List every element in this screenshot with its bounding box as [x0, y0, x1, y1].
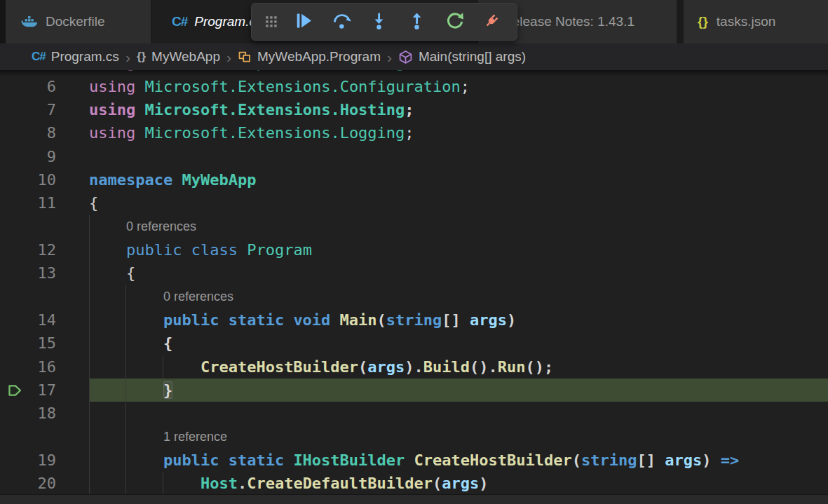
symbol-method-icon	[398, 50, 413, 64]
code-token: static	[229, 311, 294, 329]
code-token: public	[163, 311, 229, 329]
line-number[interactable]: 14	[0, 308, 56, 332]
code-token: class	[191, 241, 247, 259]
line-number[interactable]: 8	[0, 121, 56, 144]
step-over-button[interactable]	[326, 6, 357, 37]
code-row[interactable]: 19public static IHostBuilder CreateHostB…	[0, 449, 828, 472]
codelens-row[interactable]: 0 references	[0, 215, 828, 238]
debug-stackframe-icon	[7, 383, 22, 398]
chevron-right-icon: ›	[226, 50, 231, 64]
code-token: (	[433, 475, 442, 492]
code-row[interactable]: 16CreateHostBuilder(args).Build().Run();	[0, 355, 828, 379]
line-number[interactable]: 16	[0, 355, 56, 379]
indent-guide	[125, 472, 126, 495]
code-token: =>	[721, 451, 740, 469]
code-row[interactable]: 6using Microsoft.Extensions.Configuratio…	[0, 75, 828, 98]
tab-dockerfile[interactable]: Dockerfile	[6, 0, 151, 43]
line-number[interactable]: 12	[0, 238, 56, 261]
codelens-text: 1 reference	[163, 425, 227, 449]
code-token: CreateHostBuilder	[414, 451, 572, 469]
step-into-button[interactable]	[364, 6, 395, 37]
code-token: {	[89, 194, 98, 212]
code-token: Microsoft.Extensions.Configuration	[144, 78, 460, 95]
indent-guide	[89, 285, 90, 308]
indent-guide	[125, 355, 126, 379]
line-number[interactable]: 11	[0, 191, 56, 214]
codelens-text: 0 references	[163, 285, 233, 308]
code-row[interactable]: 7using Microsoft.Extensions.Hosting;	[0, 98, 828, 121]
indent-guide	[89, 215, 90, 238]
code-token: .	[489, 358, 498, 376]
indent-guide	[125, 285, 126, 308]
code-token: ;	[405, 124, 414, 142]
csharp-file-icon: C#	[172, 14, 187, 29]
code-row[interactable]: 11{	[0, 191, 828, 214]
tab-tasks-json[interactable]: {} tasks.json	[684, 0, 828, 43]
breadcrumb-label: MyWebApp	[151, 49, 220, 64]
indent-guide	[89, 402, 90, 425]
breadcrumb-item-method[interactable]: Main(string[] args)	[398, 49, 526, 64]
code-row[interactable]: 8using Microsoft.Extensions.Logging;	[0, 121, 828, 144]
codelens-row[interactable]: 1 reference	[0, 425, 828, 449]
breadcrumb-item-namespace[interactable]: {} MyWebApp	[137, 49, 220, 64]
indent-guide	[89, 449, 90, 472]
indent-guide	[89, 472, 90, 495]
code-token: {	[126, 264, 135, 282]
code-line-text: {	[126, 261, 135, 285]
code-line-text: CreateHostBuilder(args).Build().Run();	[201, 355, 553, 379]
indent-guide	[89, 425, 90, 449]
code-token: args	[665, 451, 702, 469]
code-token: string	[386, 311, 442, 329]
debug-step-over-icon	[332, 11, 351, 33]
code-token: CreateHostBuilder	[201, 358, 358, 376]
code-line-text: using Microsoft.Extensions.Hosting;	[89, 98, 414, 121]
chevron-right-icon: ›	[125, 50, 130, 64]
docker-whale-icon	[21, 15, 38, 29]
code-row[interactable]: 14public static void Main(string[] args)	[0, 308, 828, 332]
breadcrumb-item-file[interactable]: C# Program.cs	[32, 49, 119, 64]
vscode-window: 5using Microsoft.AspNetCore.Hosting;6usi…	[0, 0, 828, 504]
code-token: }	[163, 381, 172, 399]
code-row[interactable]: 20Host.CreateDefaultBuilder(args)	[0, 472, 828, 495]
code-row[interactable]: 13{	[0, 261, 828, 285]
code-token: using	[89, 78, 144, 95]
step-out-button[interactable]	[402, 6, 433, 37]
code-token: static	[229, 451, 294, 469]
line-number[interactable]: 18	[0, 402, 56, 425]
code-token: void	[293, 311, 339, 329]
code-row[interactable]: 17}	[0, 379, 828, 402]
line-number[interactable]: 7	[0, 98, 56, 121]
code-token: (	[377, 311, 386, 329]
breadcrumb-label: MyWebApp.Program	[257, 49, 381, 64]
code-token: Host	[201, 475, 238, 492]
debug-restart-icon	[445, 11, 464, 33]
line-number[interactable]: 19	[0, 449, 56, 472]
code-row[interactable]: 15{	[0, 332, 828, 355]
line-number[interactable]: 15	[0, 332, 56, 355]
gripper-icon[interactable]	[261, 6, 282, 37]
code-row[interactable]: 18	[0, 402, 828, 425]
line-number[interactable]: 10	[0, 168, 56, 191]
code-row[interactable]: 12public class Program	[0, 238, 828, 261]
continue-button[interactable]	[289, 6, 320, 37]
line-number[interactable]: 9	[0, 145, 56, 168]
code-token: Run	[498, 358, 526, 376]
line-number[interactable]: 20	[0, 472, 56, 495]
code-token: )	[702, 451, 721, 469]
code-token: string	[581, 451, 637, 469]
code-row[interactable]: 9	[0, 145, 828, 168]
code-row[interactable]: 10namespace MyWebApp	[0, 168, 828, 191]
indent-guide	[163, 355, 163, 379]
codelens-row[interactable]: 0 references	[0, 285, 828, 308]
line-number[interactable]: 13	[0, 261, 56, 285]
disconnect-button[interactable]	[477, 6, 508, 37]
breadcrumb-label: Program.cs	[51, 49, 119, 64]
breadcrumb-item-class[interactable]: MyWebApp.Program	[238, 49, 381, 64]
restart-button[interactable]	[439, 6, 470, 37]
line-number[interactable]: 6	[0, 75, 56, 98]
indent-guide	[125, 308, 126, 332]
code-editor[interactable]: 5using Microsoft.AspNetCore.Hosting;6usi…	[0, 0, 828, 504]
code-token: .	[238, 475, 247, 492]
panel-top-strip	[0, 494, 828, 504]
code-token: namespace	[89, 171, 182, 189]
